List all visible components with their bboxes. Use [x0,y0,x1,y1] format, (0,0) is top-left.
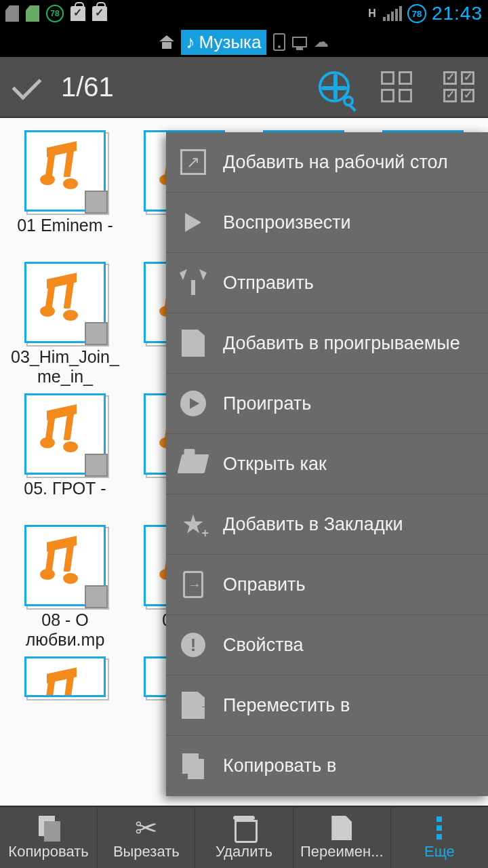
menu-share[interactable]: Отправить [166,253,488,313]
menu-label: Добавить в Закладки [223,514,403,535]
device-icon[interactable] [273,33,285,51]
battery-circle-icon: 78 [46,5,64,22]
cloud-icon[interactable]: ☁ [314,33,329,51]
file-item[interactable] [5,656,125,701]
trash-icon [233,814,255,842]
menu-copy-to[interactable]: Копировать в [166,736,488,796]
more-button[interactable]: Еще [391,807,488,868]
menu-label: Воспроизвести [223,212,351,233]
menu-label: Свойства [223,635,304,656]
menu-properties[interactable]: ! Свойства [166,615,488,675]
file-name: 08 - О любви.mp [5,610,125,650]
more-icon [436,814,442,842]
copy-button[interactable]: Копировать [0,807,98,868]
selection-toolbar: 1/61 [0,57,488,118]
file-name: 03_Him_Join_me_in_ [5,347,125,387]
selection-count: 1/61 [61,72,114,102]
menu-play[interactable]: Воспроизвести [166,193,488,253]
download-done-icon [70,6,85,21]
battery-status-icon: 78 [407,4,426,23]
bottom-action-bar: Копировать ✂ Вырезать Удалить Переимен..… [0,806,488,868]
menu-label: Открыть как [223,454,327,475]
file-name: 01 Eminem - [5,216,125,255]
signal-icon [383,6,402,21]
music-tab-icon: ♪ [186,32,195,53]
select-all-button[interactable] [443,71,474,102]
search-web-button[interactable] [319,71,350,102]
network-type: H [368,7,376,20]
menu-label: Добавить в проигрываемые [223,333,460,354]
rename-label: Переимен... [300,843,384,861]
menu-label: Проиграть [223,393,311,414]
rename-button[interactable]: Переимен... [293,807,391,868]
menu-open-as[interactable]: Открыть как [166,434,488,494]
play-circle-icon [178,389,208,418]
menu-label: Копировать в [223,755,336,776]
menu-play-circle[interactable]: Проиграть [166,374,488,434]
context-menu: ↗ Добавить на рабочий стол Воспроизвести… [166,132,488,796]
file-name: 05. ГРОТ - [5,479,125,518]
copy-label: Копировать [8,843,88,861]
move-to-icon [178,690,208,720]
file-item[interactable]: 05. ГРОТ - [5,393,125,518]
send-to-device-icon [178,570,208,599]
clock: 21:43 [432,3,483,24]
delete-button[interactable]: Удалить [195,807,293,868]
info-icon: ! [178,630,208,660]
menu-label: Добавить на рабочий стол [223,152,448,173]
magnifier-icon [343,96,354,106]
menu-bookmark[interactable]: ★ Добавить в Закладки [166,494,488,555]
breadcrumb-label: Музыка [199,32,262,53]
sd-icon [5,5,19,22]
select-interval-button[interactable] [381,71,412,102]
cut-label: Вырезать [113,843,180,861]
menu-label: Переместить в [223,695,350,716]
play-icon [178,208,208,237]
usb-icon [26,5,39,22]
menu-label: Оправить [223,574,306,595]
menu-label: Отправить [223,273,314,294]
breadcrumb: ♪ Музыка ☁ [0,27,488,57]
status-bar: 78 H 78 21:43 [0,0,488,27]
more-label: Еще [424,843,455,861]
download-done-icon-2 [92,6,107,21]
copy-to-icon [178,751,208,781]
add-to-home-icon: ↗ [178,147,208,177]
menu-move-to[interactable]: Переместить в [166,675,488,736]
cut-button[interactable]: ✂ Вырезать [98,807,195,868]
file-item[interactable]: 03_Him_Join_me_in_ [5,262,125,387]
cut-icon: ✂ [135,814,158,842]
home-icon[interactable] [159,35,174,49]
add-to-playlist-icon [178,328,208,358]
breadcrumb-current[interactable]: ♪ Музыка [181,30,267,55]
menu-add-to-home[interactable]: ↗ Добавить на рабочий стол [166,132,488,193]
menu-add-to-playlist[interactable]: Добавить в проигрываемые [166,313,488,374]
folder-open-icon [178,449,208,479]
lan-icon[interactable] [292,37,307,47]
rename-icon [331,814,352,842]
copy-icon [39,814,59,842]
file-item[interactable]: 01 Eminem - [5,130,125,255]
confirm-selection-icon[interactable] [9,73,47,100]
star-add-icon: ★ [178,509,208,539]
file-item[interactable]: 08 - О любви.mp [5,525,125,650]
share-icon [178,268,208,298]
delete-label: Удалить [216,843,272,861]
menu-send-device[interactable]: Оправить [166,555,488,615]
